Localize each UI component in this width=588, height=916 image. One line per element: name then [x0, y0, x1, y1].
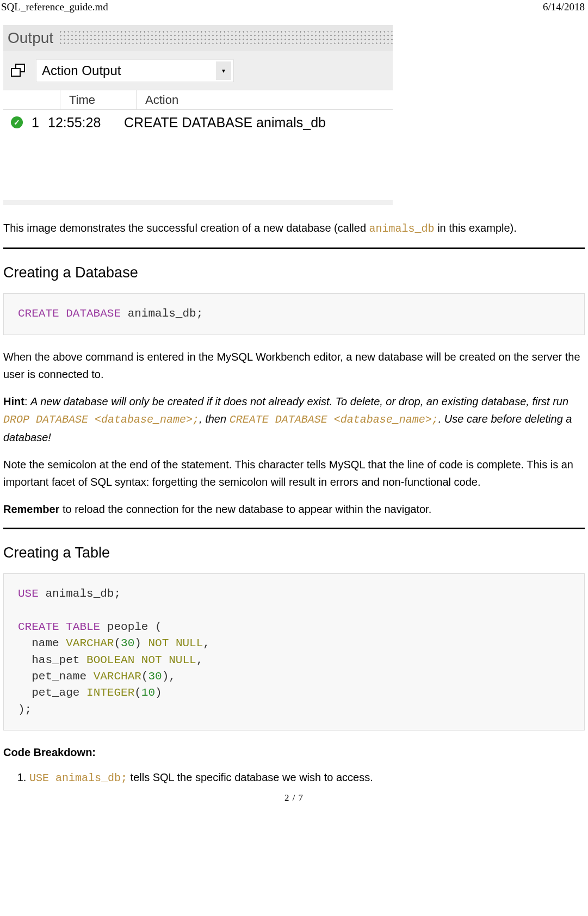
- row-index: 1: [28, 115, 48, 131]
- workbench-output-panel: Output Action Output ▾ Time Action ✓ 1 1…: [3, 25, 393, 205]
- heading-creating-database: Creating a Database: [3, 261, 585, 284]
- hint-paragraph: Hint: A new database will only be create…: [3, 393, 585, 446]
- output-mode-select[interactable]: Action Output ▾: [36, 59, 234, 82]
- chevron-down-icon[interactable]: ▾: [216, 61, 231, 80]
- paragraph: Note the semicolon at the end of the sta…: [3, 456, 585, 491]
- code-block-create-table: USE animals_db; CREATE TABLE people ( na…: [3, 573, 585, 731]
- output-panel-grip-icon: [59, 30, 393, 46]
- code-block-create-db: CREATE DATABASE animals_db;: [3, 293, 585, 335]
- header-filename: SQL_reference_guide.md: [0, 1, 108, 13]
- col-action: Action: [136, 90, 393, 109]
- output-table-header: Time Action: [3, 90, 393, 110]
- intro-paragraph: This image demonstrates the successful c…: [3, 219, 585, 238]
- paragraph: When the above command is entered in the…: [3, 348, 585, 383]
- output-panel-label: Output: [8, 29, 53, 47]
- header-date: 6/14/2018: [543, 1, 585, 13]
- page-number: 2 / 7: [0, 787, 588, 803]
- row-time: 12:55:28: [48, 115, 124, 131]
- section-divider: [3, 528, 585, 529]
- row-action: CREATE DATABASE animals_db: [124, 115, 326, 131]
- output-mode-value: Action Output: [42, 63, 121, 78]
- stack-icon[interactable]: [11, 64, 26, 78]
- remember-paragraph: Remember to reload the connection for th…: [3, 500, 585, 518]
- success-check-icon: ✓: [11, 116, 23, 128]
- section-divider: [3, 247, 585, 249]
- output-table-row: ✓ 1 12:55:28 CREATE DATABASE animals_db: [3, 110, 393, 135]
- col-time: Time: [60, 90, 136, 109]
- code-breakdown-heading: Code Breakdown:: [3, 744, 585, 761]
- inline-code: animals_db: [369, 222, 435, 235]
- heading-creating-table: Creating a Table: [3, 541, 585, 565]
- list-item: USE animals_db; tells SQL the specific d…: [29, 769, 585, 787]
